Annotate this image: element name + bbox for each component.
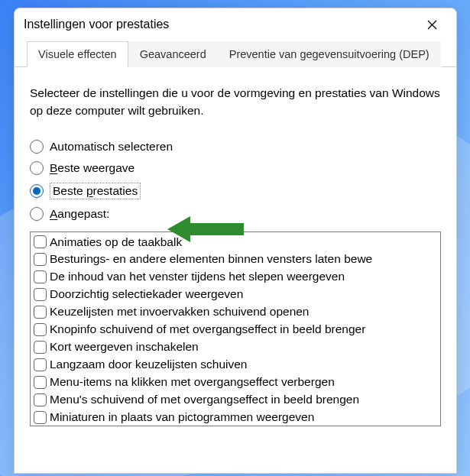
checkbox-label: Menu-items na klikken met overgangseffec… [50,374,335,391]
radio-custom[interactable]: Aangepast: [30,207,441,221]
checkbox-icon[interactable] [34,393,47,406]
checkbox-label: Keuzelijsten met invoervakken schuivend … [50,303,310,321]
checkbox-icon[interactable] [34,411,47,424]
list-item[interactable]: Animaties op de taakbalk [32,234,439,251]
tab-advanced[interactable]: Geavanceerd [128,41,218,67]
tab-visual-effects[interactable]: Visuele effecten [27,41,128,67]
checkbox-label: Doorzichtig selectiekader weergeven [50,286,243,303]
radio-icon [30,140,44,154]
checkbox-label: Knopinfo schuivend of met overgangseffec… [50,321,365,338]
checkbox-label: Kort weergeven inschakelen [50,338,199,356]
checkbox-icon[interactable] [34,253,47,266]
radio-best-appearance[interactable]: Beste weergave [30,161,441,175]
titlebar: Instellingen voor prestaties [15,8,456,40]
checkbox-label: De inhoud van het venster tijdens het sl… [50,268,345,286]
list-item[interactable]: Besturings- en andere elementen binnen v… [32,251,439,268]
checkbox-icon[interactable] [34,341,47,354]
checkbox-icon[interactable] [34,288,47,301]
effects-listbox[interactable]: Animaties op de taakbalk Besturings- en … [30,232,441,426]
radio-label: Automatisch selecteren [50,140,173,154]
tab-label: Preventie van gegevensuitvoering (DEP) [229,48,429,60]
close-button[interactable] [417,12,447,37]
list-item[interactable]: Doorzichtig selectiekader weergeven [32,286,439,303]
instruction-text: Selecteer de instellingen die u voor de … [30,84,441,120]
radio-best-performance[interactable]: Beste prestaties [30,183,441,199]
list-item[interactable]: Miniaturen in plaats van pictogrammen we… [32,409,439,426]
radio-label: Beste prestaties [50,183,141,199]
radio-group: Automatisch selecteren Beste weergave Be… [30,140,441,221]
radio-label: Beste weergave [50,161,135,175]
tab-label: Visuele effecten [38,48,117,60]
checkbox-label: Animaties op de taakbalk [50,234,182,251]
checkbox-icon[interactable] [34,376,47,389]
tab-bar: Visuele effecten Geavanceerd Preventie v… [15,40,456,67]
checkbox-icon[interactable] [34,306,47,319]
window-title: Instellingen voor prestaties [24,18,417,31]
list-item[interactable]: Kort weergeven inschakelen [32,338,439,356]
checkbox-icon[interactable] [34,235,47,248]
radio-icon [30,207,44,221]
checkbox-label: Menu's schuivend of met overgangseffect … [50,391,359,409]
radio-icon [30,184,44,198]
performance-options-window: Instellingen voor prestaties Visuele eff… [14,8,457,474]
tab-dep[interactable]: Preventie van gegevensuitvoering (DEP) [218,41,441,67]
list-item[interactable]: Keuzelijsten met invoervakken schuivend … [32,303,439,321]
checkbox-label: Besturings- en andere elementen binnen v… [50,251,372,268]
close-icon [427,20,437,30]
radio-icon [30,161,44,175]
checkbox-icon[interactable] [34,270,47,283]
tab-label: Geavanceerd [140,48,206,60]
list-item[interactable]: De inhoud van het venster tijdens het sl… [32,268,439,286]
list-item[interactable]: Menu-items na klikken met overgangseffec… [32,374,439,391]
list-item[interactable]: Langzaam door keuzelijsten schuiven [32,356,439,374]
tab-content: Selecteer de instellingen die u voor de … [15,67,456,434]
checkbox-label: Langzaam door keuzelijsten schuiven [50,356,248,374]
checkbox-label: Miniaturen in plaats van pictogrammen we… [50,409,314,426]
list-item[interactable]: Menu's schuivend of met overgangseffect … [32,391,439,409]
checkbox-icon[interactable] [34,323,47,336]
radio-auto-select[interactable]: Automatisch selecteren [30,140,441,154]
checkbox-icon[interactable] [34,358,47,371]
list-item[interactable]: Knopinfo schuivend of met overgangseffec… [32,321,439,338]
radio-label: Aangepast: [50,207,109,221]
